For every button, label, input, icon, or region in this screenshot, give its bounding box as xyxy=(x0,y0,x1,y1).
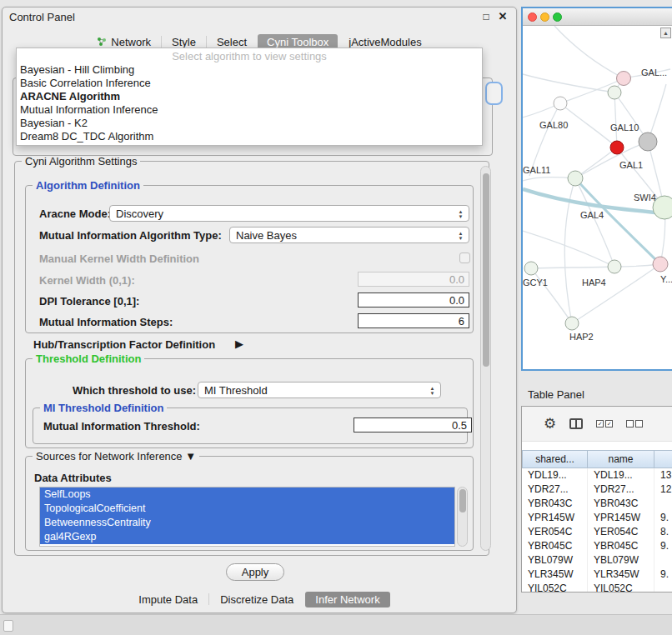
algorithm-dropdown-popup: Select algorithm to view settings Bayesi… xyxy=(16,48,483,146)
tab-network-label: Network xyxy=(111,36,151,48)
minimized-window-icon[interactable] xyxy=(3,620,13,632)
table-row[interactable]: YLR345W YLR345W 9. xyxy=(522,568,672,582)
column-header-extra[interactable] xyxy=(654,450,672,468)
algorithm-definition-group: Algorithm Definition Aracne Mode: Discov… xyxy=(25,185,474,333)
sources-group-title: Sources for Network Inference xyxy=(36,450,183,462)
minimize-traffic-button[interactable] xyxy=(540,12,549,22)
table-row[interactable]: YBR043C YBR043C xyxy=(522,497,672,511)
network-canvas[interactable]: GAL... GAL80 GAL10 GAL11 GAL1 SWI4 GAL4 … xyxy=(523,26,672,369)
cell-shared: YBR045C xyxy=(522,539,588,553)
network-node[interactable] xyxy=(565,317,579,330)
collapse-arrow-icon[interactable]: ▼ xyxy=(185,450,196,462)
select-all-icon[interactable]: ✓✓ xyxy=(596,420,613,428)
aracne-mode-select[interactable]: Discovery ▲▼ xyxy=(109,205,469,222)
tab-style-label: Style xyxy=(172,36,196,48)
zoom-traffic-button[interactable] xyxy=(553,12,562,22)
scrollbar-thumb[interactable] xyxy=(483,173,489,367)
tab-discretize-data[interactable]: Discretize Data xyxy=(210,592,303,608)
close-traffic-button[interactable] xyxy=(528,12,537,22)
cell-value xyxy=(654,553,672,568)
mi-threshold-group-title: MI Threshold Definition xyxy=(40,402,167,414)
cell-shared: YPR145W xyxy=(522,511,588,525)
scrollbar-thumb[interactable] xyxy=(459,489,466,512)
network-node[interactable] xyxy=(608,86,621,99)
sources-group-title-wrap: Sources for Network Inference ▼ xyxy=(33,450,199,462)
cell-name: YBL079W xyxy=(588,553,654,568)
table-body: YDL19... YDL19... 13 YDR27... YDR27... 1… xyxy=(522,468,672,592)
cell-value: 9. xyxy=(654,568,672,582)
mi-threshold-group: MI Threshold Definition Mutual Informati… xyxy=(33,408,468,444)
which-threshold-label: Which threshold to use: xyxy=(73,384,196,397)
tab-cyni-toolbox-label: Cyni Toolbox xyxy=(267,36,328,48)
attribute-item[interactable]: SelfLoops xyxy=(40,488,454,502)
node-label: GAL... xyxy=(641,68,667,78)
dpi-tolerance-label: DPI Tolerance [0,1]: xyxy=(39,295,139,308)
attributes-list-scrollbar[interactable] xyxy=(457,487,468,547)
tab-impute-data[interactable]: Impute Data xyxy=(128,592,208,608)
aracne-mode-label: Aracne Mode: xyxy=(39,208,111,220)
table-row[interactable]: YDR27... YDR27... 12 xyxy=(522,482,672,497)
close-window-button[interactable]: ✕ xyxy=(496,10,509,23)
cell-value: 12 xyxy=(654,482,672,497)
bottom-strip xyxy=(0,614,672,635)
scroll-up-button[interactable]: ▲ xyxy=(660,28,671,38)
control-panel-bottom-tabs: Impute Data Discretize Data Infer Networ… xyxy=(3,590,516,608)
tab-select-label: Select xyxy=(217,36,247,48)
table-row[interactable]: YPR145W YPR145W 9. xyxy=(522,511,672,525)
network-node-red[interactable] xyxy=(610,141,624,154)
mi-type-value: Naive Bayes xyxy=(236,229,297,242)
gear-icon[interactable]: ⚙ xyxy=(544,417,556,431)
node-label-swi4: SWI4 xyxy=(634,192,656,202)
network-node-gray[interactable] xyxy=(639,132,657,151)
attribute-item[interactable]: gal4RGexp xyxy=(40,530,454,544)
node-label-gal1: GAL1 xyxy=(619,160,643,170)
settings-scrollbar[interactable] xyxy=(480,166,491,551)
node-label-gal80: GAL80 xyxy=(539,120,568,130)
apply-button[interactable]: Apply xyxy=(226,563,284,581)
attribute-item[interactable]: BetweennessCentrality xyxy=(40,516,454,530)
network-node[interactable] xyxy=(524,262,538,275)
network-node[interactable] xyxy=(568,171,583,186)
node-label-hap4: HAP4 xyxy=(582,278,606,288)
threshold-definition-title: Threshold Definition xyxy=(33,352,144,365)
table-row[interactable]: YER054C YER054C 8. xyxy=(522,525,672,539)
algorithm-option[interactable]: Bayesian - K2 xyxy=(17,117,482,130)
dpi-tolerance-field[interactable]: 0.0 xyxy=(358,292,469,308)
table-row[interactable]: YBL079W YBL079W xyxy=(522,553,672,568)
manual-kernel-checkbox[interactable] xyxy=(459,252,470,263)
algorithm-option[interactable]: Dream8 DC_TDC Algorithm xyxy=(17,130,482,143)
threshold-definition-group: Threshold Definition Which threshold to … xyxy=(25,358,474,448)
mi-type-select[interactable]: Naive Bayes ▲▼ xyxy=(229,227,469,243)
algorithm-option[interactable]: Basic Correlation Inference xyxy=(17,77,482,90)
cell-value: 9. xyxy=(654,539,672,553)
expand-arrow-icon[interactable]: ▶ xyxy=(235,338,243,350)
algorithm-option[interactable]: Mutual Information Inference xyxy=(17,103,482,117)
algorithm-combobox-fragment[interactable] xyxy=(485,82,503,105)
column-header-name[interactable]: name xyxy=(588,450,654,468)
table-row[interactable]: YIL052C YIL052C xyxy=(522,582,672,592)
network-node[interactable] xyxy=(554,97,567,110)
table-row[interactable]: YBR045C YBR045C 9. xyxy=(522,539,672,553)
columns-icon[interactable] xyxy=(569,418,583,429)
network-node[interactable] xyxy=(617,72,631,86)
sources-group: Sources for Network Inference ▼ Data Att… xyxy=(25,456,474,551)
cell-shared: YIL052C xyxy=(522,582,588,592)
mi-threshold-field[interactable]: 0.5 xyxy=(354,418,472,432)
cell-value xyxy=(654,497,672,511)
column-header-shared[interactable]: shared... xyxy=(522,450,588,468)
deselect-all-icon[interactable] xyxy=(626,420,643,428)
attribute-item[interactable]: TopologicalCoefficient xyxy=(40,502,454,516)
float-window-button[interactable]: □ xyxy=(479,10,493,23)
kernel-width-field[interactable]: 0.0 xyxy=(358,272,469,287)
network-node[interactable] xyxy=(608,260,621,273)
cell-name: YPR145W xyxy=(588,511,654,525)
mi-steps-field[interactable]: 6 xyxy=(358,313,469,328)
tab-infer-network[interactable]: Infer Network xyxy=(305,592,389,608)
tab-jactivemodules-label: jActiveModules xyxy=(349,36,421,48)
network-node-pink[interactable] xyxy=(653,257,668,272)
table-panel-title: Table Panel xyxy=(528,388,584,401)
which-threshold-select[interactable]: MI Threshold ▲▼ xyxy=(198,382,441,398)
algorithm-option[interactable]: Bayesian - Hill Climbing xyxy=(17,63,482,77)
table-row[interactable]: YDL19... YDL19... 13 xyxy=(522,468,672,482)
algorithm-option-selected[interactable]: ARACNE Algorithm xyxy=(17,90,482,103)
